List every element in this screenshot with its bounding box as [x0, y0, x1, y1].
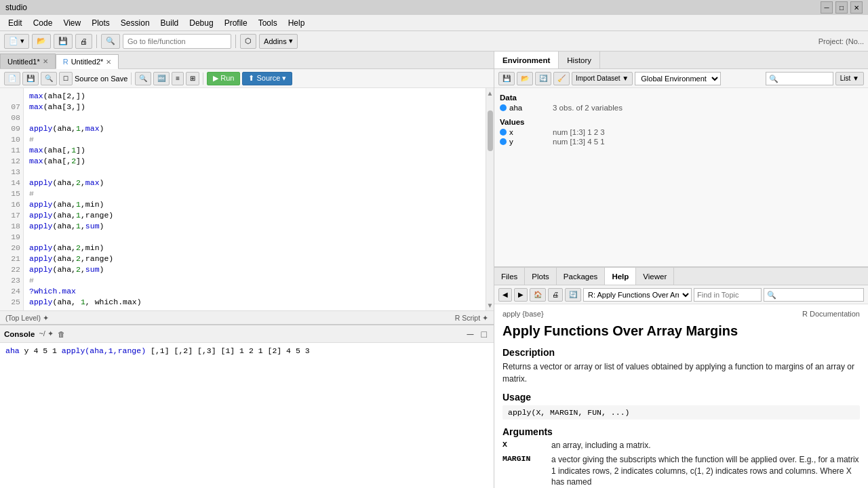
y-name: y [509, 138, 550, 146]
data-section-title: Data [500, 94, 863, 102]
save-button[interactable]: 💾 [54, 34, 73, 49]
run-button[interactable]: ▶ Run [207, 72, 240, 85]
help-refresh-btn[interactable]: 🔄 [565, 288, 581, 302]
help-home-btn[interactable]: 🏠 [530, 288, 546, 302]
help-print-btn[interactable]: 🖨 [548, 288, 563, 302]
env-toolbar: 💾 📂 🔄 🧹 Import Dataset ▼ Global Environm… [494, 69, 868, 88]
editor-tab-0[interactable]: Untitled1* ✕ [0, 54, 56, 68]
console-title: Console [4, 330, 35, 338]
env-tab-environment[interactable]: Environment [494, 52, 559, 68]
tab-label-0: Untitled1* [7, 58, 40, 66]
files-tab-viewer[interactable]: Viewer [636, 268, 674, 285]
editor-toolbar: 📄 💾 🔍 ☐ Source on Save 🔍 🔤 ≡ ⊞ ▶ Run ⬆ S… [0, 69, 494, 88]
help-arg-x: X an array, including a matrix. [502, 440, 860, 451]
help-back-btn[interactable]: ◀ [498, 288, 512, 302]
tab-close-1[interactable]: ✕ [106, 58, 111, 66]
env-row-x[interactable]: x num [1:3] 1 2 3 [500, 127, 863, 137]
code-menu-button[interactable]: ≡ [172, 72, 184, 85]
console-controls: ─ □ [465, 329, 490, 340]
editor-tab-1[interactable]: R Untitled2* ✕ [56, 54, 119, 69]
save-doc-button[interactable]: 💾 [22, 72, 39, 85]
env-tab-history[interactable]: History [559, 52, 600, 68]
list-button[interactable]: List ▼ [835, 72, 864, 85]
goto-input[interactable] [123, 34, 231, 49]
find-button[interactable]: 🔍 [41, 72, 57, 85]
ed-sep-1 [131, 73, 132, 85]
menu-view[interactable]: View [58, 17, 86, 29]
import-dataset-button[interactable]: Import Dataset ▼ [572, 72, 633, 85]
env-load-btn[interactable]: 📂 [517, 72, 533, 85]
y-value: num [1:3] 4 5 1 [553, 138, 605, 146]
help-topic-select[interactable]: R: Apply Functions Over Array Margins [583, 288, 692, 302]
aha-name: aha [509, 104, 550, 112]
find-in-topic-input[interactable] [694, 288, 762, 302]
help-forward-btn[interactable]: ▶ [514, 288, 528, 302]
menu-profile[interactable]: Profile [219, 17, 253, 29]
help-usage-head: Usage [502, 392, 860, 403]
menu-tools[interactable]: Tools [253, 17, 283, 29]
help-arg-margin: MARGIN a vector giving the subscripts wh… [502, 454, 860, 488]
new-doc-button[interactable]: 📄 [4, 72, 20, 85]
console-dir: ~/ ✦ [39, 329, 54, 338]
new-file-button[interactable]: 📄 ▾ [4, 34, 29, 49]
menu-session[interactable]: Session [115, 17, 155, 29]
print-button[interactable]: 🖨 [75, 34, 92, 49]
env-search-input[interactable] [766, 72, 833, 85]
help-search-input[interactable] [764, 288, 864, 302]
close-button[interactable]: ✕ [850, 1, 863, 14]
source-on-save-check[interactable]: ☐ [59, 72, 73, 85]
x-value: num [1:3] 1 2 3 [553, 128, 605, 136]
goto-button[interactable]: 🔍 [101, 34, 120, 49]
source-button[interactable]: ⬆ Source ▾ [242, 72, 292, 85]
spell-check-button[interactable]: 🔤 [153, 72, 170, 85]
help-arg-margin-desc: a vector giving the subscripts which the… [551, 454, 860, 488]
editor-level: (Top Level) ✦ [5, 314, 49, 322]
console-maximize[interactable]: □ [479, 329, 490, 340]
editor-area: Untitled1* ✕ R Untitled2* ✕ 📄 💾 🔍 ☐ Sour… [0, 52, 494, 324]
menu-plots[interactable]: Plots [86, 17, 115, 29]
separator-1 [96, 35, 97, 48]
code-editor[interactable]: 07 08 09 10 11 12 13 14 15 16 17 18 19 2… [0, 88, 494, 310]
env-broom-btn[interactable]: 🧹 [553, 72, 570, 85]
env-refresh-btn[interactable]: 🔄 [535, 72, 551, 85]
files-tab-packages[interactable]: Packages [557, 268, 606, 285]
help-content: apply {base} R Documentation Apply Funct… [494, 304, 868, 488]
files-tab-plots[interactable]: Plots [525, 268, 557, 285]
files-tab-help[interactable]: Help [605, 268, 636, 285]
menu-build[interactable]: Build [155, 17, 184, 29]
console-header: Console ~/ ✦ 🗑 ─ □ [0, 325, 494, 343]
menu-code[interactable]: Code [28, 17, 58, 29]
search-code-button[interactable]: 🔍 [135, 72, 151, 85]
env-content: Data aha 3 obs. of 2 variables Values x … [494, 88, 868, 266]
console-content[interactable]: aha y 4 5 1 apply(aha,1,range) [,1] [,2]… [0, 343, 494, 488]
minimize-button[interactable]: ─ [821, 1, 833, 14]
menu-edit[interactable]: Edit [3, 17, 28, 29]
editor-scrollbar[interactable]: ▲ ▼ [486, 88, 494, 310]
title-bar-controls[interactable]: ─ □ ✕ [821, 1, 863, 14]
aha-value: 3 obs. of 2 variables [553, 104, 623, 112]
files-tab-files[interactable]: Files [494, 268, 525, 285]
files-tabs: Files Plots Packages Help Viewer [494, 268, 868, 285]
tab-close-0[interactable]: ✕ [43, 58, 48, 65]
menu-help[interactable]: Help [283, 17, 311, 29]
help-arg-margin-name: MARGIN [502, 454, 543, 488]
env-row-y[interactable]: y num [1:3] 4 5 1 [500, 137, 863, 146]
code-content[interactable]: max(aha[2,]) max(aha[3,]) apply(aha,1,ma… [24, 88, 486, 310]
y-dot [500, 138, 507, 145]
env-row-aha[interactable]: aha 3 obs. of 2 variables [500, 103, 863, 113]
addins-button[interactable]: Addins ▾ [259, 34, 298, 49]
editor-scroll-thumb[interactable] [488, 110, 493, 151]
env-scope-select[interactable]: Global Environment [635, 72, 721, 85]
console-minimize[interactable]: ─ [465, 329, 477, 340]
compile-button[interactable]: ⬡ [240, 34, 256, 49]
console-area: Console ~/ ✦ 🗑 ─ □ aha y 4 5 1 apply(aha… [0, 324, 494, 488]
help-arg-x-desc: an array, including a matrix. [551, 440, 651, 451]
separator-2 [235, 35, 236, 48]
menu-debug[interactable]: Debug [184, 17, 218, 29]
extra-btn[interactable]: ⊞ [186, 72, 199, 85]
help-arg-x-name: X [502, 440, 543, 451]
maximize-button[interactable]: □ [835, 1, 848, 14]
console-clear-icon[interactable]: 🗑 [58, 330, 65, 338]
open-file-button[interactable]: 📂 [32, 34, 51, 49]
env-save-btn[interactable]: 💾 [498, 72, 515, 85]
